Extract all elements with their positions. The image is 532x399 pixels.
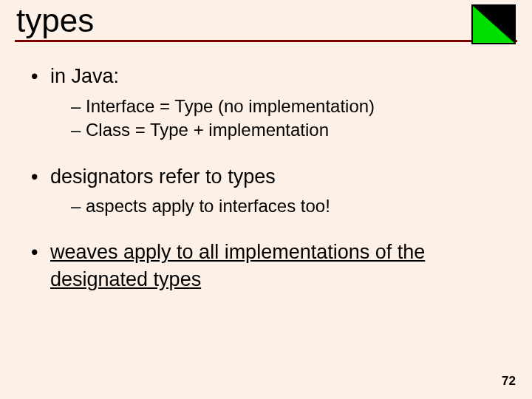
list-item: weaves apply to all implementations of t… — [30, 239, 510, 293]
sub-list: aspects apply to interfaces too! — [50, 194, 510, 218]
list-item: in Java: Interface = Type (no implementa… — [30, 63, 510, 142]
list-item: Interface = Type (no implementation) — [71, 95, 510, 118]
bullet-text-underlined: weaves apply to all implementations of t… — [50, 241, 425, 290]
sub-bullet-text: aspects apply to interfaces too! — [86, 196, 330, 216]
slide-title: types — [15, 3, 517, 40]
bullet-text: in Java: — [50, 65, 119, 87]
page-number: 72 — [502, 374, 516, 389]
bullet-text: designators refer to types — [50, 166, 276, 188]
slide: types in Java: Interface = Type (no impl… — [0, 0, 532, 399]
list-item: designators refer to types aspects apply… — [30, 163, 510, 219]
title-area: types — [15, 0, 517, 42]
list-item: aspects apply to interfaces too! — [71, 194, 510, 218]
triangle-icon — [471, 4, 516, 44]
corner-logo — [471, 4, 516, 44]
list-item: Class = Type + implementation — [71, 118, 510, 142]
sub-list: Interface = Type (no implementation) Cla… — [50, 95, 510, 143]
bullet-list: in Java: Interface = Type (no implementa… — [30, 63, 510, 293]
sub-bullet-text: Class = Type + implementation — [86, 120, 329, 140]
sub-bullet-text: Interface = Type (no implementation) — [86, 96, 375, 116]
slide-body: in Java: Interface = Type (no implementa… — [15, 50, 517, 293]
